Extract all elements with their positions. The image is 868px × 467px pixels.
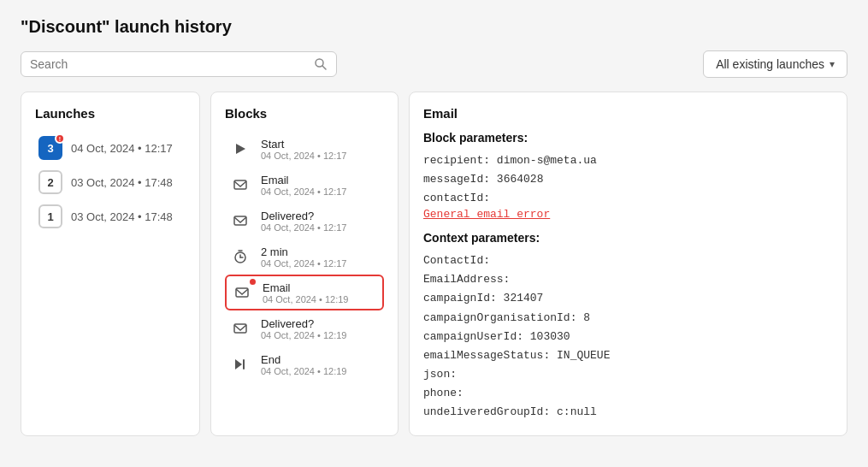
block-icon-delivered [228,316,252,340]
block-name: End [261,353,346,366]
block-date: 04 Oct, 2024 • 12:17 [261,258,346,269]
launch-item[interactable]: 3 ! 04 Oct, 2024 • 12:17 [35,131,186,165]
context-line: campaignOrganisationId: 8 [423,309,833,328]
context-params-label: Context parameters: [423,231,833,245]
launch-item[interactable]: 2 03 Oct, 2024 • 17:48 [35,165,186,199]
chevron-down-icon: ▾ [830,58,835,70]
block-item[interactable]: End 04 Oct, 2024 • 12:19 [225,346,384,382]
messageId-line: messageId: 3664028 [423,170,833,189]
block-name: Start [261,138,346,151]
svg-rect-4 [234,216,246,225]
launch-badge: 2 [38,170,62,194]
page-title: "Discount" launch history [21,17,847,37]
block-item[interactable]: Email 04 Oct, 2024 • 12:19 [225,275,384,310]
svg-marker-2 [236,144,245,154]
context-line: phone: [423,384,833,403]
columns-layout: Launches 3 ! 04 Oct, 2024 • 12:17 2 03 O… [21,92,847,436]
block-icon-end [228,352,252,376]
filter-label: All existing launches [716,57,824,71]
block-date: 04 Oct, 2024 • 12:17 [261,151,346,161]
context-line: undeliveredGroupId: c:null [423,403,833,422]
block-name: Delivered? [261,210,346,222]
block-item[interactable]: Delivered? 04 Oct, 2024 • 12:17 [225,203,384,239]
block-icon-start [228,137,252,161]
block-icon-email [230,281,254,304]
svg-rect-10 [234,324,246,333]
block-info: Email 04 Oct, 2024 • 12:17 [261,174,346,197]
block-date: 04 Oct, 2024 • 12:17 [261,186,346,197]
launches-list: 3 ! 04 Oct, 2024 • 12:17 2 03 Oct, 2024 … [35,131,186,234]
block-date: 04 Oct, 2024 • 12:19 [261,330,346,340]
context-line: emailMessageStatus: IN_QUEUE [423,346,833,365]
contactId-line: contactId: [423,189,833,208]
block-item[interactable]: Delivered? 04 Oct, 2024 • 12:19 [225,310,384,346]
error-message: General email error [423,208,833,221]
launch-item[interactable]: 1 03 Oct, 2024 • 17:48 [35,199,186,234]
block-params-label: Block parameters: [423,131,833,145]
block-icon-email [228,173,252,197]
launch-date: 04 Oct, 2024 • 12:17 [71,142,173,155]
block-item[interactable]: 2 min 04 Oct, 2024 • 12:17 [225,239,384,275]
launches-panel-title: Launches [35,106,186,121]
block-item[interactable]: Start 04 Oct, 2024 • 12:17 [225,131,384,167]
block-info: Email 04 Oct, 2024 • 12:19 [263,281,348,304]
contactId-label: contactId: [423,192,490,204]
recipient-line: recipient: dimon-s@meta.ua [423,151,833,170]
launch-date: 03 Oct, 2024 • 17:48 [71,210,173,223]
block-name: 2 min [261,245,346,258]
block-name: Delivered? [261,317,346,330]
email-panel: Email Block parameters: recipient: dimon… [409,92,847,436]
blocks-panel-title: Blocks [225,106,384,121]
context-lines: ContactId:EmailAddress:campaignId: 32140… [423,251,833,422]
context-line: campaignId: 321407 [423,289,833,308]
launch-date: 03 Oct, 2024 • 17:48 [71,176,173,189]
block-icon-delivered [228,209,252,233]
block-date: 04 Oct, 2024 • 12:19 [263,294,348,304]
recipient-label: recipient: [423,154,490,167]
context-line: EmailAddress: [423,270,833,289]
filter-button[interactable]: All existing launches ▾ [703,50,847,78]
context-line: ContactId: [423,251,833,270]
context-line: json: [423,365,833,384]
search-input[interactable] [30,57,307,71]
messageId-value: 3664028 [497,173,544,186]
block-info: Delivered? 04 Oct, 2024 • 12:19 [261,317,346,340]
block-date: 04 Oct, 2024 • 12:19 [261,366,346,376]
block-icon-timer [228,245,252,269]
context-line: campaignUserId: 103030 [423,328,833,346]
block-info: End 04 Oct, 2024 • 12:19 [261,353,346,376]
blocks-list: Start 04 Oct, 2024 • 12:17 Email 04 Oct,… [225,131,384,382]
block-info: Delivered? 04 Oct, 2024 • 12:17 [261,210,346,233]
blocks-panel: Blocks Start 04 Oct, 2024 • 12:17 Email … [210,92,399,436]
search-box[interactable] [21,51,337,77]
svg-marker-12 [235,359,242,369]
svg-rect-9 [236,288,248,297]
svg-rect-11 [243,359,245,369]
recipient-value: dimon-s@meta.ua [497,154,597,167]
block-name: Email [263,281,348,294]
search-icon [314,57,328,71]
svg-line-1 [322,66,326,69]
messageId-label: messageId: [423,173,490,186]
block-name: Email [261,174,346,186]
svg-rect-3 [234,180,246,189]
email-panel-title: Email [423,106,833,121]
block-date: 04 Oct, 2024 • 12:17 [261,222,346,233]
block-item[interactable]: Email 04 Oct, 2024 • 12:17 [225,167,384,203]
launch-badge: 3 ! [38,136,62,160]
block-info: Start 04 Oct, 2024 • 12:17 [261,138,346,161]
launch-badge: 1 [38,204,62,228]
block-info: 2 min 04 Oct, 2024 • 12:17 [261,245,346,269]
launches-panel: Launches 3 ! 04 Oct, 2024 • 12:17 2 03 O… [21,92,200,436]
toolbar: All existing launches ▾ [21,50,847,78]
